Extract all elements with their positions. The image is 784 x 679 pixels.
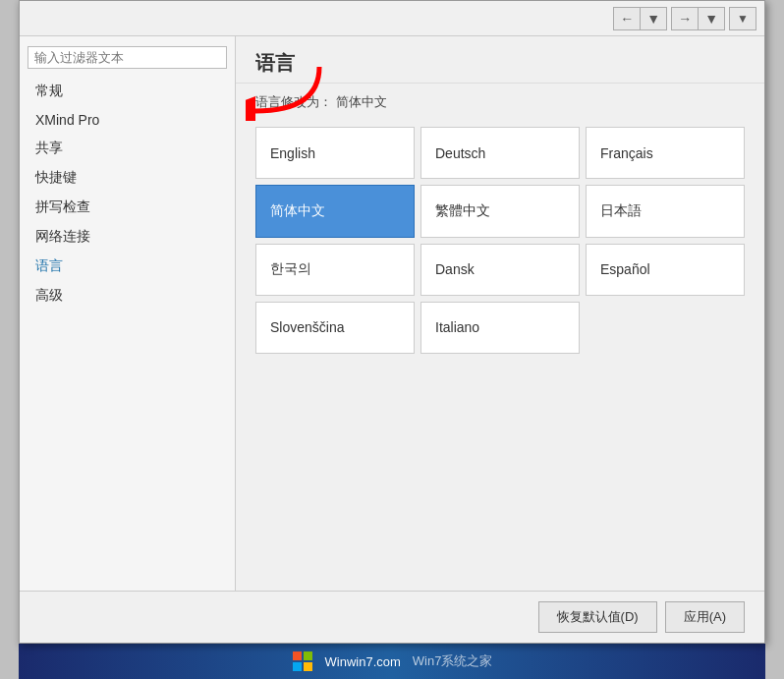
lang-cell-empty <box>586 302 745 354</box>
lang-cell-korean[interactable]: 한국의 <box>255 244 415 296</box>
back-forward-split[interactable]: ← ▼ <box>613 7 667 30</box>
watermark-bar: Winwin7.com Win7系统之家 <box>19 644 765 679</box>
back-dropdown-button[interactable]: ▼ <box>641 8 666 29</box>
dialog-footer: 恢复默认值(D) 应用(A) <box>20 591 764 643</box>
sidebar-item-shortcuts[interactable]: 快捷键 <box>20 163 235 193</box>
svg-rect-3 <box>293 662 302 671</box>
apply-button[interactable]: 应用(A) <box>665 601 745 633</box>
sidebar-item-advanced[interactable]: 高级 <box>20 281 235 311</box>
forward-dropdown-button[interactable]: ▼ <box>699 8 724 29</box>
sidebar-item-xmindpro[interactable]: XMind Pro <box>20 106 235 134</box>
sidebar-item-spellcheck[interactable]: 拼写检查 <box>20 193 235 222</box>
back-button[interactable]: ← <box>614 8 641 29</box>
lang-cell-japanese[interactable]: 日本語 <box>586 185 745 237</box>
sidebar: 常规 XMind Pro 共享 快捷键 拼写检查 网络连接 语言 <box>20 36 236 591</box>
language-grid: EnglishDeutschFrançais简体中文繁體中文日本語한국의Dans… <box>236 117 764 364</box>
svg-rect-2 <box>304 651 312 660</box>
forward-split[interactable]: → ▼ <box>671 7 725 30</box>
restore-defaults-button[interactable]: 恢复默认值(D) <box>538 601 657 633</box>
lang-cell-francais[interactable]: Français <box>586 127 745 179</box>
dialog-toolbar: ← ▼ → ▼ ▼ <box>20 1 764 36</box>
lang-cell-simp-chinese[interactable]: 简体中文 <box>255 185 415 237</box>
sidebar-item-general[interactable]: 常规 <box>20 77 235 106</box>
lang-cell-slovenscina[interactable]: Slovenščina <box>255 302 415 354</box>
sidebar-item-language[interactable]: 语言 <box>20 252 235 281</box>
forward-button[interactable]: → <box>672 8 699 29</box>
filter-input[interactable] <box>28 46 227 69</box>
svg-rect-1 <box>293 651 302 660</box>
watermark-suffix: Win7系统之家 <box>413 652 493 670</box>
windows-logo-icon <box>292 651 313 672</box>
dialog-body: 常规 XMind Pro 共享 快捷键 拼写检查 网络连接 语言 <box>20 36 764 591</box>
section-title: 语言 <box>236 36 764 84</box>
lang-cell-espanol[interactable]: Español <box>586 244 745 296</box>
lang-cell-deutsch[interactable]: Deutsch <box>420 127 580 179</box>
main-content: 语言 语言修改为： 简体中文 EnglishDeutschFrançais简体中… <box>236 36 764 591</box>
svg-rect-4 <box>304 662 312 671</box>
watermark-logo <box>292 651 313 672</box>
more-dropdown-button[interactable]: ▼ <box>729 7 756 30</box>
sidebar-item-network[interactable]: 网络连接 <box>20 222 235 252</box>
sidebar-item-share[interactable]: 共享 <box>20 134 235 163</box>
lang-cell-italiano[interactable]: Italiano <box>420 302 580 354</box>
lang-cell-english[interactable]: English <box>255 127 415 179</box>
watermark-text: Winwin7.com <box>325 654 401 669</box>
lang-cell-trad-chinese[interactable]: 繁體中文 <box>420 185 580 237</box>
section-subtitle: 语言修改为： 简体中文 <box>236 84 764 117</box>
lang-cell-dansk[interactable]: Dansk <box>420 244 580 296</box>
